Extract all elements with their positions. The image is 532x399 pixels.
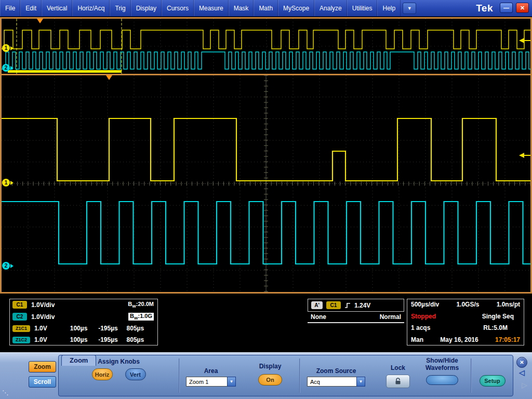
trigger-source-badge: C1 [326, 301, 341, 309]
chevron-down-icon[interactable]: ▼ [227, 377, 236, 387]
ch2-overview-marker[interactable]: 2 [2, 64, 14, 72]
z1c2-badge[interactable]: Z1C2 [12, 337, 30, 343]
menu-item[interactable]: Utilities [347, 0, 378, 16]
menu-item[interactable]: Edit [20, 0, 42, 16]
c1-badge[interactable]: C1 [12, 301, 27, 309]
display-on-button[interactable]: On [258, 374, 282, 385]
zoom-waveform-display[interactable] [2, 75, 530, 292]
z1c1-scale: 1.0V [34, 325, 70, 332]
panel-close-button[interactable]: ✕ [516, 357, 527, 368]
z1c1-badge[interactable]: Z1C1 [12, 325, 30, 332]
setup-group: Setup [471, 355, 514, 397]
lock-button[interactable] [386, 375, 410, 388]
trigger-level: 1.24V [354, 302, 370, 309]
rising-edge-icon [344, 302, 351, 309]
record-length: RL:5.0M [483, 324, 508, 331]
ch2-marker-label: 2 [2, 262, 10, 270]
panel-divider [179, 358, 180, 393]
tab-zoom[interactable]: Zoom [29, 361, 56, 373]
display-group: Display On [250, 363, 290, 385]
lock-label: Lock [381, 364, 415, 371]
trigger-mode-row: None Normal [308, 312, 404, 323]
close-window-button[interactable]: ✕ [516, 3, 529, 13]
z1c2-timebase: 100µs [70, 336, 98, 343]
show-hide-waveforms-button[interactable] [426, 375, 458, 385]
zoom-overview-window[interactable] [2, 19, 530, 75]
area-dropdown[interactable]: Zoom 1 ▼ [186, 377, 236, 387]
menu-item[interactable]: File [0, 0, 20, 16]
ch2-zoom-marker[interactable]: 2 [2, 262, 14, 270]
show-hide-label-line2: Waveforms [416, 364, 468, 371]
c2-bandwidth: BW:1.0G [128, 313, 154, 321]
vert-knob-button[interactable]: Vert [125, 368, 146, 380]
c2-readout-row: C2 1.0V/div BW:1.0G [12, 313, 155, 321]
area-label: Area [186, 367, 236, 375]
z1c1-readout-row: Z1C1 1.0V 100µs -195µs 805µs [12, 325, 155, 332]
assign-knobs-group: Assign Knobs Horiz Vert [59, 358, 179, 380]
menu-item[interactable]: Trig [110, 0, 130, 16]
acq-state-row: Stopped Single Seq [411, 313, 520, 320]
acquisition-state: Stopped [411, 313, 461, 320]
c1-scale: 1.0V/div [31, 301, 69, 309]
menu-item[interactable]: MyScope [278, 0, 314, 16]
ch1-marker-arrow-icon [10, 181, 14, 185]
time-label: 17:05:17 [495, 336, 520, 343]
trigger-readout-box: A' C1 1.24V None Normal [308, 299, 404, 323]
overview-waveform-display[interactable] [2, 19, 530, 74]
setup-button[interactable]: Setup [480, 375, 506, 387]
area-group: Area Zoom 1 ▼ [186, 367, 236, 387]
menu-item[interactable]: Measure [194, 0, 229, 16]
resolution: 1.0ns/pt [497, 301, 520, 308]
show-hide-label-line1: Show/Hide [416, 357, 468, 364]
acquisition-count: 1 acqs [411, 324, 461, 331]
chevron-down-icon[interactable]: ▼ [356, 377, 365, 387]
c2-scale: 1.0V/div [31, 313, 69, 321]
tek-logo: Tek [471, 0, 498, 16]
ch1-zoom-marker[interactable]: 1 [2, 179, 14, 187]
menu-item[interactable]: Horiz/Acq [72, 0, 110, 16]
z1c1-timebase: 100µs [70, 325, 98, 332]
lock-group: Lock [381, 364, 415, 388]
trigger-seq-badge: A' [311, 301, 323, 309]
menu-overflow-dropdown-button[interactable]: ▼ [403, 3, 416, 14]
menu-item[interactable]: Mask [229, 0, 254, 16]
menubar-spacer [418, 0, 471, 16]
ch2-marker-arrow-icon [10, 66, 14, 70]
date-label: May 16, 2016 [440, 336, 478, 343]
menu-item[interactable]: Display [131, 0, 162, 16]
ch1-marker-label: 1 [2, 44, 10, 52]
zoom-source-value: Acq [307, 377, 356, 387]
horiz-knob-button[interactable]: Horiz [92, 368, 113, 380]
timebase-row: 500µs/div 1.0GS/s 1.0ns/pt [411, 301, 520, 308]
display-label: Display [250, 363, 290, 370]
menu-item[interactable]: Help [377, 0, 401, 16]
menu-item[interactable]: Cursors [162, 0, 194, 16]
zoom-main-window[interactable] [2, 75, 530, 292]
scope-display: 1 2 1 2 [0, 17, 532, 294]
nav-left-icon[interactable]: ◁ [519, 368, 525, 377]
zoom-source-label: Zoom Source [307, 367, 365, 375]
c1-bandwidth: BW:20.0M [128, 301, 154, 309]
menu-item[interactable]: Math [254, 0, 278, 16]
zoom-source-dropdown[interactable]: Acq ▼ [307, 377, 365, 387]
resize-grip-icon[interactable]: ⋱ [2, 389, 7, 396]
tab-scroll[interactable]: Scroll [29, 376, 56, 388]
panel-side-tabs: Zoom Scroll [29, 361, 56, 388]
nav-right-icon[interactable]: ▷ [522, 381, 527, 389]
z1c2-scale: 1.0V [34, 336, 70, 343]
trigger-man-label: Man [411, 336, 423, 343]
area-dropdown-value: Zoom 1 [186, 377, 227, 387]
trigger-settings-row[interactable]: A' C1 1.24V [308, 299, 404, 312]
z1c2-readout-row: Z1C2 1.0V 100µs -195µs 805µs [12, 336, 155, 343]
ch1-overview-marker[interactable]: 1 [2, 44, 14, 52]
horizontal-scale: 500µs/div [411, 301, 439, 308]
assign-knobs-label: Assign Knobs [59, 358, 179, 365]
minimize-button[interactable]: — [500, 3, 513, 13]
sample-rate: 1.0GS/s [456, 301, 479, 308]
menu-bar: FileEditVerticalHoriz/AcqTrigDisplayCurs… [0, 0, 532, 17]
menu-item[interactable]: Analyze [314, 0, 347, 16]
ch2-marker-label: 2 [2, 64, 10, 72]
trigger-mode: Normal [380, 313, 401, 321]
c2-badge[interactable]: C2 [12, 313, 27, 321]
menu-item[interactable]: Vertical [42, 0, 72, 16]
